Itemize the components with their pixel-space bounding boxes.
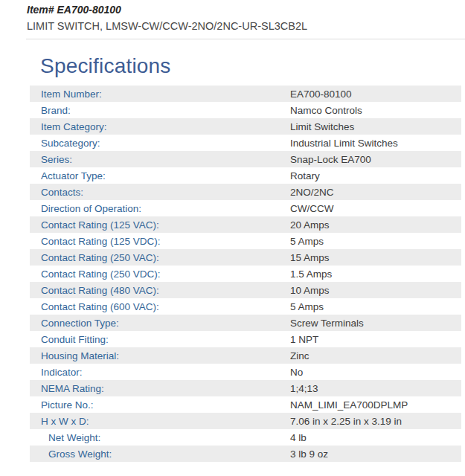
specifications-table: Item Number:EA700-80100Brand:Namco Contr… bbox=[30, 86, 461, 462]
spec-label: Item Category: bbox=[30, 121, 290, 132]
spec-row: H x W x D:7.06 in x 2.25 in x 3.19 in bbox=[30, 413, 461, 429]
spec-row: Subcategory:Industrial Limit Switches bbox=[30, 135, 461, 151]
spec-row: Item Number:EA700-80100 bbox=[30, 86, 461, 102]
spec-value: 1 NPT bbox=[290, 334, 318, 345]
spec-label: Gross Weight: bbox=[30, 448, 290, 460]
item-number-heading: Item# EA700-80100 bbox=[27, 4, 465, 16]
spec-label: NEMA Rating: bbox=[30, 383, 290, 394]
spec-value: CW/CCW bbox=[290, 203, 333, 214]
spec-value: 5 Amps bbox=[290, 236, 324, 247]
spec-row: Gross Weight:3 lb 9 oz bbox=[30, 446, 461, 462]
spec-label: H x W x D: bbox=[30, 416, 290, 427]
product-spec-page: Item# EA700-80100 LIMIT SWITCH, LMSW-CW/… bbox=[0, 4, 465, 462]
spec-value: 15 Amps bbox=[290, 252, 330, 263]
spec-value: 20 Amps bbox=[290, 219, 330, 231]
spec-value: NAM_LIMI_EA700DPLMP bbox=[290, 399, 408, 411]
spec-value: 1;4;13 bbox=[290, 383, 318, 394]
spec-label: Brand: bbox=[30, 105, 290, 116]
spec-row: NEMA Rating:1;4;13 bbox=[30, 380, 461, 396]
spec-label: Contact Rating (600 VAC): bbox=[30, 301, 290, 312]
spec-label: Conduit Fitting: bbox=[30, 334, 290, 345]
spec-value: EA700-80100 bbox=[290, 89, 352, 100]
spec-label: Contact Rating (250 VDC): bbox=[30, 268, 290, 280]
spec-label: Contact Rating (250 VAC): bbox=[30, 252, 290, 263]
spec-row: Series:Snap-Lock EA700 bbox=[30, 151, 461, 167]
spec-label: Direction of Operation: bbox=[30, 203, 290, 214]
spec-label: Picture No.: bbox=[30, 399, 290, 411]
spec-value: 5 Amps bbox=[290, 301, 324, 312]
specifications-title: Specifications bbox=[40, 54, 465, 78]
spec-value: 4 lb bbox=[290, 432, 307, 443]
spec-row: Brand:Namco Controls bbox=[30, 102, 461, 118]
spec-label: Net Weight: bbox=[30, 432, 290, 443]
spec-row: Indicator:No bbox=[30, 364, 461, 380]
section-divider bbox=[26, 39, 465, 39]
spec-row: Item Category:Limit Switches bbox=[30, 118, 461, 135]
spec-value: Screw Terminals bbox=[290, 318, 364, 329]
spec-value: 7.06 in x 2.25 in x 3.19 in bbox=[290, 416, 402, 427]
spec-row: Contact Rating (125 VAC):20 Amps bbox=[30, 216, 461, 233]
spec-row: Contact Rating (125 VDC):5 Amps bbox=[30, 233, 461, 249]
spec-label: Housing Material: bbox=[30, 350, 290, 361]
spec-label: Indicator: bbox=[30, 367, 290, 378]
spec-row: Actuator Type:Rotary bbox=[30, 167, 461, 184]
spec-label: Subcategory: bbox=[30, 138, 290, 149]
spec-value: Limit Switches bbox=[290, 121, 354, 132]
spec-value: 3 lb 9 oz bbox=[290, 448, 328, 460]
spec-row: Contacts:2NO/2NC bbox=[30, 184, 461, 200]
spec-value: Rotary bbox=[290, 170, 320, 181]
spec-row: Conduit Fitting:1 NPT bbox=[30, 331, 461, 347]
spec-label: Contact Rating (125 VAC): bbox=[30, 219, 290, 231]
spec-value: Snap-Lock EA700 bbox=[290, 154, 371, 165]
spec-row: Connection Type:Screw Terminals bbox=[30, 315, 461, 331]
spec-row: Direction of Operation:CW/CCW bbox=[30, 200, 461, 216]
spec-value: No bbox=[290, 367, 303, 378]
spec-value: Industrial Limit Switches bbox=[290, 138, 398, 149]
spec-label: Item Number: bbox=[30, 89, 290, 100]
spec-row: Contact Rating (600 VAC):5 Amps bbox=[30, 298, 461, 315]
spec-label: Contact Rating (480 VAC): bbox=[30, 285, 290, 296]
spec-value: Namco Controls bbox=[290, 105, 362, 116]
spec-row: Housing Material:Zinc bbox=[30, 347, 461, 364]
spec-row: Contact Rating (250 VDC):1.5 Amps bbox=[30, 266, 461, 282]
spec-row: Contact Rating (480 VAC):10 Amps bbox=[30, 282, 461, 298]
spec-value: 2NO/2NC bbox=[290, 187, 334, 198]
spec-row: Picture No.:NAM_LIMI_EA700DPLMP bbox=[30, 396, 461, 413]
spec-label: Series: bbox=[30, 154, 290, 165]
spec-value: 1.5 Amps bbox=[290, 268, 332, 280]
spec-label: Contact Rating (125 VDC): bbox=[30, 236, 290, 247]
product-description: LIMIT SWITCH, LMSW-CW/CCW-2NO/2NC-UR-SL3… bbox=[27, 20, 465, 33]
spec-label: Connection Type: bbox=[30, 318, 290, 329]
spec-value: 10 Amps bbox=[290, 285, 330, 296]
spec-row: Contact Rating (250 VAC):15 Amps bbox=[30, 249, 461, 266]
spec-row: Net Weight:4 lb bbox=[30, 429, 461, 446]
spec-label: Actuator Type: bbox=[30, 170, 290, 181]
spec-value: Zinc bbox=[290, 350, 310, 361]
spec-label: Contacts: bbox=[30, 187, 290, 198]
